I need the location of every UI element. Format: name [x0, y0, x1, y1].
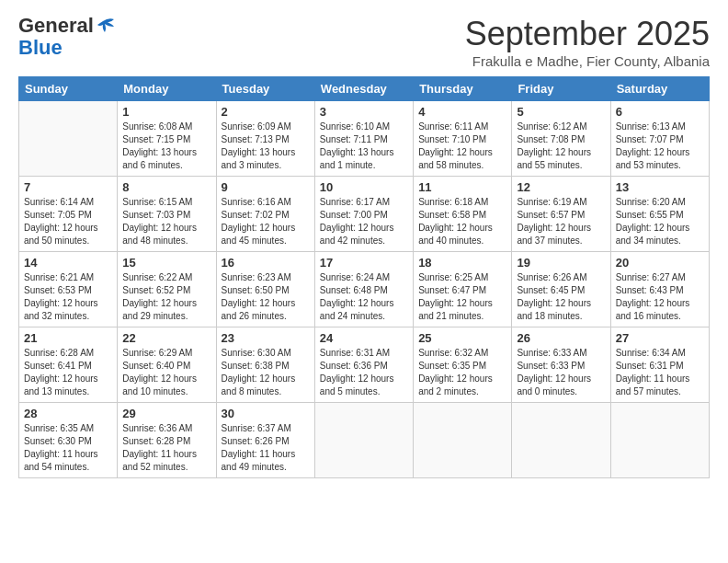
day-number: 8	[122, 180, 210, 194]
day-number: 15	[122, 256, 210, 270]
calendar-day-2: 2Sunrise: 6:09 AMSunset: 7:13 PMDaylight…	[216, 101, 314, 177]
calendar-day-11: 11Sunrise: 6:18 AMSunset: 6:58 PMDayligh…	[414, 177, 512, 252]
day-info: Sunrise: 6:19 AMSunset: 6:57 PMDaylight:…	[517, 196, 605, 247]
calendar-day-23: 23Sunrise: 6:30 AMSunset: 6:38 PMDayligh…	[216, 327, 314, 403]
calendar-day-21: 21Sunrise: 6:28 AMSunset: 6:41 PMDayligh…	[19, 327, 118, 403]
day-number: 22	[122, 331, 210, 345]
logo-blue: Blue	[18, 37, 63, 59]
day-number: 2	[222, 105, 310, 119]
day-number: 23	[222, 331, 310, 345]
day-info: Sunrise: 6:23 AMSunset: 6:50 PMDaylight:…	[222, 271, 310, 323]
logo-general: General	[18, 15, 94, 37]
calendar-day-3: 3Sunrise: 6:10 AMSunset: 7:11 PMDaylight…	[314, 101, 413, 177]
column-header-saturday: Saturday	[610, 77, 709, 101]
day-number: 11	[418, 180, 506, 194]
calendar-day-1: 1Sunrise: 6:08 AMSunset: 7:15 PMDaylight…	[118, 101, 216, 177]
day-info: Sunrise: 6:34 AMSunset: 6:31 PMDaylight:…	[616, 347, 704, 398]
day-info: Sunrise: 6:14 AMSunset: 7:05 PMDaylight:…	[24, 196, 112, 247]
calendar-day-18: 18Sunrise: 6:25 AMSunset: 6:47 PMDayligh…	[414, 252, 512, 327]
calendar-day-4: 4Sunrise: 6:11 AMSunset: 7:10 PMDaylight…	[414, 101, 512, 177]
day-info: Sunrise: 6:25 AMSunset: 6:47 PMDaylight:…	[418, 271, 506, 323]
day-info: Sunrise: 6:16 AMSunset: 7:02 PMDaylight:…	[222, 196, 310, 247]
calendar-day-26: 26Sunrise: 6:33 AMSunset: 6:33 PMDayligh…	[512, 327, 610, 403]
day-number: 7	[24, 180, 112, 194]
day-info: Sunrise: 6:28 AMSunset: 6:41 PMDaylight:…	[24, 347, 112, 398]
day-number: 1	[122, 105, 210, 119]
day-info: Sunrise: 6:33 AMSunset: 6:33 PMDaylight:…	[517, 347, 605, 398]
column-header-friday: Friday	[512, 77, 610, 101]
location: Frakulla e Madhe, Fier County, Albania	[465, 53, 710, 69]
day-info: Sunrise: 6:32 AMSunset: 6:35 PMDaylight:…	[418, 347, 506, 398]
day-info: Sunrise: 6:13 AMSunset: 7:07 PMDaylight:…	[616, 121, 704, 172]
calendar-day-10: 10Sunrise: 6:17 AMSunset: 7:00 PMDayligh…	[314, 177, 413, 252]
day-number: 30	[222, 407, 310, 420]
day-info: Sunrise: 6:10 AMSunset: 7:11 PMDaylight:…	[320, 121, 408, 172]
calendar-day-14: 14Sunrise: 6:21 AMSunset: 6:53 PMDayligh…	[19, 252, 118, 327]
day-info: Sunrise: 6:12 AMSunset: 7:08 PMDaylight:…	[517, 121, 605, 172]
calendar-day-28: 28Sunrise: 6:35 AMSunset: 6:30 PMDayligh…	[19, 403, 118, 478]
day-number: 18	[418, 256, 506, 270]
logo: General Blue	[18, 15, 116, 59]
day-info: Sunrise: 6:11 AMSunset: 7:10 PMDaylight:…	[418, 121, 506, 172]
day-info: Sunrise: 6:29 AMSunset: 6:40 PMDaylight:…	[122, 347, 210, 398]
day-number: 24	[320, 331, 408, 345]
day-number: 6	[616, 105, 704, 119]
day-info: Sunrise: 6:24 AMSunset: 6:48 PMDaylight:…	[320, 271, 408, 323]
calendar-day-12: 12Sunrise: 6:19 AMSunset: 6:57 PMDayligh…	[512, 177, 610, 252]
column-header-monday: Monday	[118, 77, 216, 101]
calendar-week-row: 14Sunrise: 6:21 AMSunset: 6:53 PMDayligh…	[19, 252, 710, 327]
day-number: 17	[320, 256, 408, 270]
day-info: Sunrise: 6:09 AMSunset: 7:13 PMDaylight:…	[222, 121, 310, 172]
day-number: 26	[517, 331, 605, 345]
calendar-day-6: 6Sunrise: 6:13 AMSunset: 7:07 PMDaylight…	[610, 101, 709, 177]
day-info: Sunrise: 6:36 AMSunset: 6:28 PMDaylight:…	[122, 422, 210, 474]
day-number: 9	[222, 180, 310, 194]
day-info: Sunrise: 6:21 AMSunset: 6:53 PMDaylight:…	[24, 271, 112, 323]
day-info: Sunrise: 6:27 AMSunset: 6:43 PMDaylight:…	[616, 271, 704, 323]
calendar-week-row: 21Sunrise: 6:28 AMSunset: 6:41 PMDayligh…	[19, 327, 710, 403]
day-info: Sunrise: 6:37 AMSunset: 6:26 PMDaylight:…	[222, 422, 310, 474]
day-number: 29	[122, 407, 210, 420]
title-block: September 2025 Frakulla e Madhe, Fier Co…	[465, 15, 710, 69]
day-info: Sunrise: 6:26 AMSunset: 6:45 PMDaylight:…	[517, 271, 605, 323]
calendar-week-row: 1Sunrise: 6:08 AMSunset: 7:15 PMDaylight…	[19, 101, 710, 177]
day-info: Sunrise: 6:22 AMSunset: 6:52 PMDaylight:…	[122, 271, 210, 323]
calendar-week-row: 7Sunrise: 6:14 AMSunset: 7:05 PMDaylight…	[19, 177, 710, 252]
calendar-day-27: 27Sunrise: 6:34 AMSunset: 6:31 PMDayligh…	[610, 327, 709, 403]
day-number: 4	[418, 105, 506, 119]
day-info: Sunrise: 6:08 AMSunset: 7:15 PMDaylight:…	[122, 121, 210, 172]
calendar-day-24: 24Sunrise: 6:31 AMSunset: 6:36 PMDayligh…	[314, 327, 413, 403]
column-header-sunday: Sunday	[19, 77, 118, 101]
day-info: Sunrise: 6:15 AMSunset: 7:03 PMDaylight:…	[122, 196, 210, 247]
calendar-empty-cell	[19, 101, 118, 177]
calendar-day-13: 13Sunrise: 6:20 AMSunset: 6:55 PMDayligh…	[610, 177, 709, 252]
day-number: 25	[418, 331, 506, 345]
calendar-empty-cell	[610, 403, 709, 478]
calendar-header-row: SundayMondayTuesdayWednesdayThursdayFrid…	[19, 77, 710, 101]
calendar-day-15: 15Sunrise: 6:22 AMSunset: 6:52 PMDayligh…	[118, 252, 216, 327]
day-info: Sunrise: 6:20 AMSunset: 6:55 PMDaylight:…	[616, 196, 704, 247]
column-header-thursday: Thursday	[414, 77, 512, 101]
calendar-empty-cell	[414, 403, 512, 478]
column-header-wednesday: Wednesday	[314, 77, 413, 101]
day-info: Sunrise: 6:35 AMSunset: 6:30 PMDaylight:…	[24, 422, 112, 474]
calendar-day-22: 22Sunrise: 6:29 AMSunset: 6:40 PMDayligh…	[118, 327, 216, 403]
calendar-table: SundayMondayTuesdayWednesdayThursdayFrid…	[18, 76, 710, 478]
day-number: 5	[517, 105, 605, 119]
day-number: 19	[517, 256, 605, 270]
calendar-day-20: 20Sunrise: 6:27 AMSunset: 6:43 PMDayligh…	[610, 252, 709, 327]
month-title: September 2025	[465, 15, 710, 53]
calendar-day-17: 17Sunrise: 6:24 AMSunset: 6:48 PMDayligh…	[314, 252, 413, 327]
day-number: 27	[616, 331, 704, 345]
calendar-week-row: 28Sunrise: 6:35 AMSunset: 6:30 PMDayligh…	[19, 403, 710, 478]
day-info: Sunrise: 6:18 AMSunset: 6:58 PMDaylight:…	[418, 196, 506, 247]
day-number: 10	[320, 180, 408, 194]
calendar-empty-cell	[314, 403, 413, 478]
day-number: 21	[24, 331, 112, 345]
calendar-day-29: 29Sunrise: 6:36 AMSunset: 6:28 PMDayligh…	[118, 403, 216, 478]
day-number: 13	[616, 180, 704, 194]
day-number: 3	[320, 105, 408, 119]
calendar-day-8: 8Sunrise: 6:15 AMSunset: 7:03 PMDaylight…	[118, 177, 216, 252]
page-header: General Blue September 2025 Frakulla e M…	[18, 15, 710, 69]
day-number: 12	[517, 180, 605, 194]
